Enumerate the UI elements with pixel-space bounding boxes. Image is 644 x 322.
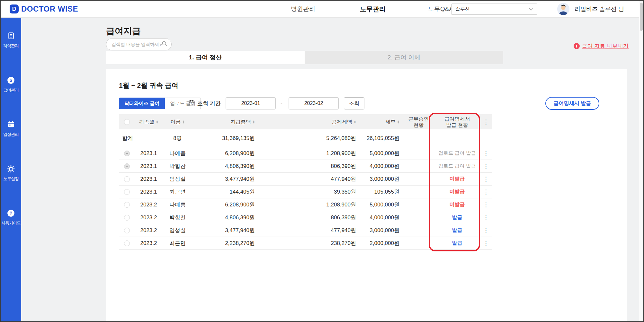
row-month: 2023.1: [135, 186, 162, 198]
col-name[interactable]: 이름▲▼: [162, 114, 193, 129]
row-status-cell: 미발급: [434, 198, 480, 211]
select-all-checkbox[interactable]: [124, 119, 130, 125]
row-checkbox[interactable]: [124, 228, 130, 233]
date-from-input[interactable]: 2023-01: [226, 97, 276, 109]
sort-icon[interactable]: ▲▼: [253, 120, 255, 124]
summary-approval: [403, 129, 434, 147]
row-menu-button[interactable]: ⋮: [483, 215, 489, 220]
row-menu-button[interactable]: ⋮: [483, 228, 489, 233]
row-month: 2023.1: [135, 160, 162, 172]
issue-status[interactable]: 업로드 급여 발급: [438, 163, 476, 170]
row-work-approval: [403, 224, 434, 237]
issue-status[interactable]: 미발급: [450, 176, 465, 182]
export-link-label: 급여 자료 내보내기: [582, 42, 629, 50]
summary-total: 31,369,135원: [193, 129, 259, 147]
issue-status[interactable]: 업로드 급여 발급: [438, 150, 476, 157]
scrollbar-track[interactable]: [639, 1, 643, 321]
col-label: 이름: [171, 119, 181, 125]
col-total[interactable]: 지급총액▲▼: [193, 114, 259, 129]
sidebar-item-payroll[interactable]: $ 급여관리: [1, 76, 21, 93]
col-deduction[interactable]: 공제세액▲▼: [259, 114, 360, 129]
row-menu-cell: ⋮: [480, 211, 492, 224]
row-name: 최근면: [162, 186, 193, 198]
search-input[interactable]: [112, 42, 162, 47]
row-menu-button[interactable]: ⋮: [483, 190, 489, 194]
issue-status[interactable]: 발급: [452, 227, 462, 234]
tab-salary-settlement[interactable]: 1. 급여 정산: [106, 51, 305, 64]
header-menu-button[interactable]: ⋮: [483, 120, 489, 124]
row-select-cell: [119, 147, 135, 160]
sidebar-item-contracts[interactable]: 계약관리: [1, 31, 21, 49]
table-row: 2023.1 박힘찬 4,806,390원 806,390원 4,000,000…: [119, 160, 492, 173]
svg-text:?: ?: [10, 210, 13, 215]
row-deduction: 477,940원: [259, 173, 360, 185]
row-menu-cell: ⋮: [480, 147, 492, 160]
row-checkbox[interactable]: [124, 189, 130, 195]
row-net: 5,000,000원: [360, 147, 403, 160]
row-month: 2023.2: [135, 198, 162, 211]
nav-labor-qna[interactable]: 노무Q&A: [428, 1, 453, 17]
search-box: [106, 38, 172, 50]
search-icon[interactable]: [162, 41, 167, 48]
issue-status[interactable]: 미발급: [450, 201, 465, 208]
row-checkbox[interactable]: [124, 202, 130, 208]
row-checkbox[interactable]: [124, 151, 130, 156]
sort-icon[interactable]: ▲▼: [156, 120, 158, 124]
row-checkbox[interactable]: [124, 163, 130, 169]
export-payroll-link[interactable]: i 급여 자료 내보내기: [574, 42, 629, 50]
period-title: 1월 ~ 2월 귀속 급여: [119, 81, 178, 90]
row-menu-button[interactable]: ⋮: [483, 151, 489, 156]
nav-labor-management[interactable]: 노무관리: [360, 1, 386, 17]
row-menu-button[interactable]: ⋮: [483, 203, 489, 207]
logo[interactable]: D DOCTOR WISE: [10, 1, 78, 17]
user-name[interactable]: 리얼비즈 솔루션 님: [575, 1, 624, 17]
tab-salary-transfer[interactable]: 2. 급여 이체: [305, 51, 503, 64]
tab-bar: 1. 급여 정산 2. 급여 이체: [106, 51, 503, 64]
issue-status[interactable]: 미발급: [450, 188, 465, 195]
doctorwise-salary-button[interactable]: 닥터와이즈 급여: [119, 98, 165, 109]
calendar-icon: [7, 120, 15, 129]
top-bar: D DOCTOR WISE 병원관리 노무관리 노무Q&A 솔루션 리얼비즈 솔…: [1, 1, 643, 18]
summary-menu: [480, 129, 492, 147]
row-checkbox[interactable]: [124, 176, 130, 182]
row-menu-button[interactable]: ⋮: [483, 241, 489, 246]
dollar-icon: $: [7, 76, 15, 84]
row-name: 박힘찬: [162, 160, 193, 172]
row-menu-button[interactable]: ⋮: [483, 164, 489, 169]
issue-status[interactable]: 발급: [452, 240, 462, 247]
person-icon: [557, 3, 569, 15]
sidebar-item-settings[interactable]: 노무설정: [1, 164, 21, 182]
issue-status[interactable]: 발급: [452, 214, 462, 221]
sort-icon[interactable]: ▲▼: [354, 120, 356, 124]
date-to-input[interactable]: 2023-02: [289, 97, 339, 109]
summary-count: 8명: [162, 129, 193, 147]
solution-select[interactable]: 솔루션: [451, 4, 537, 15]
scrollbar-thumb[interactable]: [640, 3, 643, 31]
row-select-cell: [119, 237, 135, 249]
row-name: 박힘찬: [162, 211, 193, 224]
issue-payslip-button[interactable]: 급여명세서 발급: [545, 97, 599, 110]
sidebar-item-label: 사용가이드: [1, 220, 21, 226]
sort-icon[interactable]: ▲▼: [397, 120, 399, 124]
row-work-approval: [403, 237, 434, 249]
svg-text:$: $: [10, 77, 13, 83]
row-select-cell: [119, 186, 135, 198]
row-net: 5,000,000원: [360, 198, 403, 211]
sort-icon[interactable]: ▲▼: [183, 120, 185, 124]
sidebar-item-schedule[interactable]: 일정관리: [1, 120, 21, 137]
query-button[interactable]: 조회: [344, 97, 364, 109]
row-net: 3,000,000원: [360, 224, 403, 237]
row-deduction: 1,208,900원: [259, 198, 360, 211]
row-menu-button[interactable]: ⋮: [483, 177, 489, 181]
sidebar-item-guide[interactable]: ? 사용가이드: [1, 209, 21, 226]
row-checkbox[interactable]: [124, 215, 130, 221]
row-total: 4,806,390원: [193, 160, 259, 172]
nav-hospital-management[interactable]: 병원관리: [291, 1, 315, 17]
avatar[interactable]: [557, 3, 569, 15]
summary-net: 26,105,055원: [360, 129, 403, 147]
table-row: 2023.2 나예쁨 6,208,900원 1,208,900원 5,000,0…: [119, 198, 492, 211]
col-month[interactable]: 귀속월▲▼: [135, 114, 162, 129]
row-net: 2,000,000원: [360, 237, 403, 249]
col-net[interactable]: 세후▲▼: [360, 114, 403, 129]
row-checkbox[interactable]: [124, 240, 130, 246]
